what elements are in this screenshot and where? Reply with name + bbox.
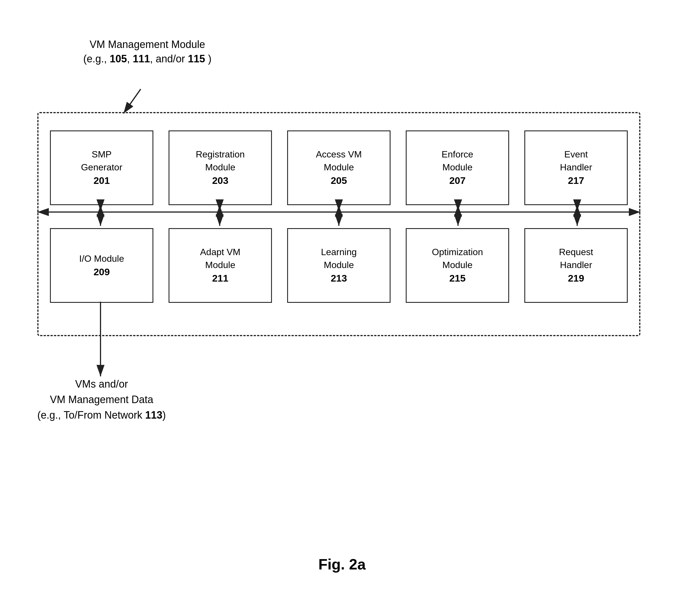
vm-management-label: VM Management Module (e.g., 105, 111, an… — [83, 37, 211, 66]
module-request-handler: RequestHandler 219 — [524, 228, 628, 303]
top-row: SMPGenerator 201 RegistrationModule 203 … — [50, 130, 628, 205]
bottom-label: VMs and/or VM Management Data (e.g., To/… — [37, 376, 166, 423]
fig-label: Fig. 2a — [0, 556, 684, 573]
vm-label-line1: VM Management Module — [90, 39, 205, 50]
module-smp-generator: SMPGenerator 201 — [50, 130, 153, 205]
svg-line-4 — [123, 89, 141, 113]
module-adapt-vm: Adapt VMModule 211 — [168, 228, 272, 303]
main-container: SMPGenerator 201 RegistrationModule 203 … — [37, 112, 640, 336]
module-event-handler: EventHandler 217 — [524, 130, 628, 205]
module-io: I/O Module 209 — [50, 228, 153, 303]
module-enforce: EnforceModule 207 — [406, 130, 509, 205]
module-access-vm: Access VMModule 205 — [287, 130, 390, 205]
vm-label-line2: (e.g., 105, 111, and/or 115 ) — [83, 53, 211, 65]
module-registration: RegistrationModule 203 — [168, 130, 272, 205]
module-optimization: OptimizationModule 215 — [406, 228, 509, 303]
page: VM Management Module (e.g., 105, 111, an… — [0, 0, 684, 616]
module-learning: LearningModule 213 — [287, 228, 390, 303]
bottom-row: I/O Module 209 Adapt VMModule 211 Learni… — [50, 228, 628, 303]
